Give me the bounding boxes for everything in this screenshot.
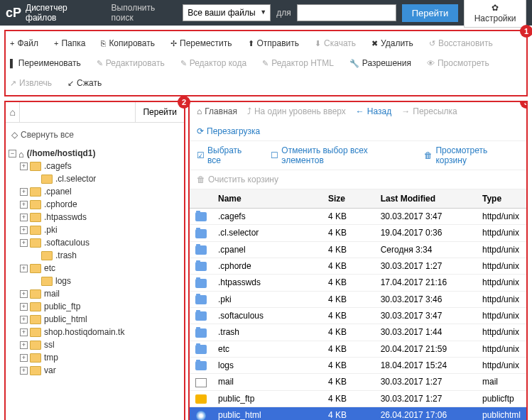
col-type[interactable]: Type (477, 189, 526, 209)
collapse-all-button[interactable]: ◇ Свернуть все (6, 123, 184, 147)
tree-node[interactable]: +public_ftp (9, 300, 181, 313)
tree-node[interactable]: +.pki (9, 223, 181, 236)
tree-node[interactable]: +.cagefs (9, 160, 181, 172)
tree-toggle-icon[interactable]: + (20, 290, 28, 298)
tree-node[interactable]: +public_html (9, 313, 181, 326)
table-row[interactable]: logs4 KB18.04.2017 15:24httpd/unix (190, 357, 526, 373)
col-icon[interactable] (190, 189, 212, 209)
home-button[interactable]: ⌂ (6, 102, 20, 122)
cell-type: httpd/unix (477, 225, 526, 241)
cell-modified: 30.03.2017 1:27 (375, 258, 477, 274)
table-row[interactable]: public_html4 KB26.04.2017 17:06publichtm… (190, 407, 526, 420)
nav-home[interactable]: ⌂Главная (197, 106, 237, 116)
tree-node[interactable]: +.softaculous (9, 236, 181, 249)
toolbar-извлечь: ↗Извлечь (9, 74, 53, 92)
deselect-all-button[interactable]: ☐Отменить выбор всех элементов (271, 145, 410, 165)
tree-node[interactable]: +var (9, 364, 181, 377)
tree-node[interactable]: +shop.hostiqdomain.tk (9, 326, 181, 338)
tree-node[interactable]: +etc (9, 262, 181, 275)
folder-icon (30, 200, 41, 209)
tree-root-label: (/home/hostiqd1) (27, 148, 96, 158)
toolbar-переместить[interactable]: ✢Переместить (169, 34, 234, 52)
toolbar-переименовать[interactable]: ▌Переименовать (9, 54, 82, 72)
toolbar-файл[interactable]: +Файл (9, 34, 40, 52)
table-row[interactable]: mail4 KB30.03.2017 1:27mail (190, 374, 526, 390)
tree-node[interactable]: logs (9, 275, 181, 287)
cell-size: 4 KB (322, 275, 375, 291)
cell-type: mail (477, 374, 526, 390)
path-go-button[interactable]: Перейти (135, 102, 184, 122)
nav-back[interactable]: ←Назад (356, 106, 391, 116)
tree-toggle-icon[interactable]: + (20, 303, 28, 311)
tree-toggle-icon[interactable]: + (20, 226, 28, 234)
search-input[interactable] (297, 4, 396, 21)
cell-name: .softaculous (212, 307, 322, 324)
toolbar-отправить[interactable]: ⬆Отправить (246, 34, 301, 52)
folder-icon (30, 264, 41, 273)
empty-trash-button[interactable]: 🗑Очистить корзину (197, 175, 278, 184)
cell-size: 4 KB (322, 258, 375, 274)
toolbar-папка[interactable]: +Папка (53, 34, 87, 52)
table-row[interactable]: .cagefs4 KB30.03.2017 3:47httpd/unix (190, 209, 526, 225)
tree-node[interactable]: +mail (9, 287, 181, 300)
table-row[interactable]: public_ftp4 KB30.03.2017 1:27publicftp (190, 390, 526, 407)
nav-forward[interactable]: →Пересылка (401, 106, 457, 116)
home-icon: ⌂ (197, 106, 202, 116)
table-row[interactable]: .htpasswds4 KB17.04.2017 21:16httpd/unix (190, 275, 526, 291)
col-size[interactable]: Size (322, 189, 375, 209)
toolbar-удалить[interactable]: ✖Удалить (370, 34, 415, 52)
table-row[interactable]: .cphorde4 KB30.03.2017 1:27httpd/unix (190, 258, 526, 274)
up-icon: ⤴ (247, 106, 251, 116)
path-input[interactable] (20, 102, 135, 122)
search-scope-select[interactable]: Все ваши файлы (183, 4, 271, 21)
tree-toggle-icon[interactable]: + (20, 354, 28, 362)
tree-root[interactable]: − ⌂ (/home/hostiqd1) (9, 147, 181, 160)
folder-icon (195, 311, 207, 321)
table-row[interactable]: .softaculous4 KB30.03.2017 3:47httpd/uni… (190, 307, 526, 324)
col-modified[interactable]: Last Modified (375, 189, 477, 209)
toolbar-сжать[interactable]: ↙Сжать (66, 74, 103, 92)
folder-tree: − ⌂ (/home/hostiqd1) +.cagefs.cl.selecto… (6, 147, 184, 420)
tree-toggle-icon[interactable]: + (20, 214, 28, 221)
warn-icon (195, 394, 207, 404)
check-icon: ☑ (197, 150, 205, 160)
tree-toggle-icon[interactable]: + (20, 367, 28, 375)
toolbar-копировать[interactable]: ⎘Копировать (99, 34, 156, 52)
toolbar-восстановить: ↺Восстановить (428, 34, 494, 52)
tree-node[interactable]: .trash (9, 249, 181, 262)
tree-node[interactable]: .cl.selector (9, 172, 181, 185)
tree-toggle-icon[interactable]: + (20, 328, 28, 336)
tree-toggle-icon[interactable]: + (20, 162, 28, 170)
tree-toggle-icon[interactable]: − (9, 150, 16, 158)
table-row[interactable]: .cl.selector4 KB19.04.2017 0:36httpd/uni… (190, 225, 526, 241)
folder-icon (195, 262, 207, 271)
search-go-button[interactable]: Перейти (402, 4, 459, 22)
tree-toggle-icon[interactable]: + (20, 341, 28, 349)
table-row[interactable]: etc4 KB20.04.2017 21:59httpd/unix (190, 341, 526, 357)
tree-node[interactable]: +.cpanel (9, 185, 181, 198)
cell-name: .cl.selector (212, 225, 322, 241)
tree-toggle-icon[interactable]: + (20, 265, 28, 272)
mail-icon (195, 378, 207, 387)
tree-node[interactable]: +.cphorde (9, 198, 181, 211)
nav-up[interactable]: ⤴На один уровень вверх (247, 106, 346, 116)
toolbar-разрешения[interactable]: 🔧Разрешения (348, 54, 413, 72)
toolbar-скачать: ⬇Скачать (313, 34, 357, 52)
cell-type: httpd/unix (477, 241, 526, 258)
toolbar-icon: ✎ (97, 59, 103, 68)
col-name[interactable]: Name (212, 189, 322, 209)
table-row[interactable]: .cpanel4 KBСегодня 3:34httpd/unix (190, 241, 526, 258)
nav-reload[interactable]: ⟳Перезагрузка (197, 126, 260, 136)
table-row[interactable]: .trash4 KB30.03.2017 1:44httpd/unix (190, 324, 526, 341)
tree-toggle-icon[interactable]: + (20, 201, 28, 209)
tree-toggle-icon[interactable]: + (20, 188, 28, 196)
tree-toggle-icon[interactable]: + (20, 316, 28, 324)
table-row[interactable]: .pki4 KB30.03.2017 3:46httpd/unix (190, 291, 526, 307)
tree-node[interactable]: +ssl (9, 338, 181, 351)
tree-toggle-icon[interactable]: + (20, 239, 28, 247)
tree-node[interactable]: +.htpasswds (9, 211, 181, 223)
select-all-button[interactable]: ☑Выбрать все (197, 145, 256, 165)
view-trash-button[interactable]: 🗑Просмотреть корзину (424, 145, 519, 165)
tree-node[interactable]: +tmp (9, 351, 181, 364)
settings-button[interactable]: ✿ Настройки (464, 0, 526, 28)
